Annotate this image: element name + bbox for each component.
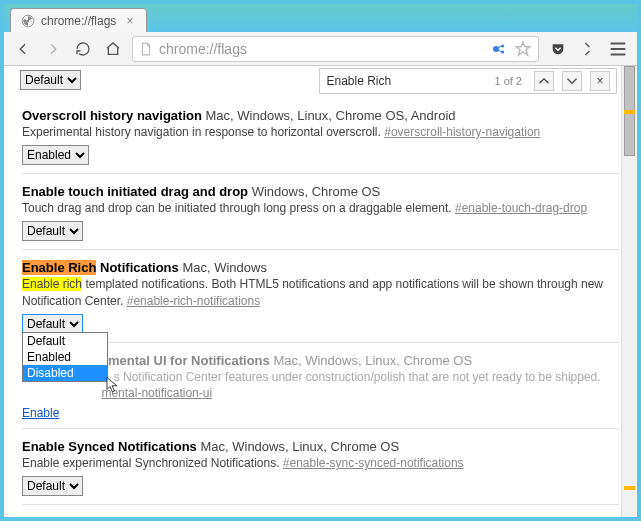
find-prev-button[interactable] xyxy=(534,71,554,91)
forward-button[interactable] xyxy=(42,38,64,60)
top-select-control[interactable]: Default xyxy=(20,70,81,90)
find-marker xyxy=(624,486,635,490)
flag-platforms: Mac, Windows, Linux, Chrome OS xyxy=(192,515,391,517)
flag-desc: Enable experimental Synchronized Notific… xyxy=(22,456,279,470)
highlight: Enable Rich xyxy=(22,260,96,275)
flag-desc: Experimental history navigation in respo… xyxy=(22,125,381,139)
flag-title: Enable App Launcher sync xyxy=(22,515,188,517)
cursor-icon xyxy=(104,376,122,397)
flag-select-open[interactable]: Default xyxy=(22,314,83,334)
flag-platforms: Mac, Windows xyxy=(182,260,267,275)
reload-button[interactable] xyxy=(72,38,94,60)
menu-icon[interactable] xyxy=(607,38,629,60)
url-text: chrome://flags xyxy=(159,41,247,57)
flag-hash-link[interactable]: #enable-sync-synced-notifications xyxy=(283,456,464,470)
flag-select[interactable]: Default xyxy=(22,221,83,241)
vertical-scrollbar[interactable] xyxy=(621,66,637,517)
find-bar: Enable Rich 1 of 2 × xyxy=(319,68,617,94)
back-button[interactable] xyxy=(12,38,34,60)
flag-desc: Touch drag and drop can be initiated thr… xyxy=(22,201,452,215)
find-query[interactable]: Enable Rich xyxy=(326,74,486,88)
flag-title: Enable touch initiated drag and drop xyxy=(22,184,248,199)
flag-hash-link[interactable]: #enable-rich-notifications xyxy=(127,294,260,308)
flag-app-launcher-sync: Enable App Launcher sync Mac, Windows, L… xyxy=(22,505,619,517)
page-content: Default Enable Rich 1 of 2 × Overscroll … xyxy=(4,66,637,517)
pocket-icon[interactable] xyxy=(547,38,569,60)
flag-platforms: Mac, Windows, Linux, Chrome OS, Android xyxy=(206,108,456,123)
flag-hash-link[interactable]: #overscroll-history-navigation xyxy=(384,125,540,139)
extension-icon-1[interactable] xyxy=(490,40,508,58)
flags-list: Overscroll history navigation Mac, Windo… xyxy=(4,66,637,517)
flag-title: Notifications xyxy=(96,260,178,275)
radiation-icon xyxy=(21,14,35,28)
dropdown-option-enabled[interactable]: Enabled xyxy=(23,349,107,365)
find-count: 1 of 2 xyxy=(494,75,522,87)
flag-platforms: Windows, Chrome OS xyxy=(252,184,381,199)
svg-point-2 xyxy=(493,46,499,52)
tab-close-icon[interactable]: × xyxy=(126,14,138,26)
flag-platforms: Mac, Windows, Linux, Chrome OS xyxy=(200,439,399,454)
flag-title: Enable Synced Notifications xyxy=(22,439,197,454)
top-select[interactable]: Default xyxy=(20,70,81,90)
flag-rich-notifications: Enable Rich Notifications Mac, Windows E… xyxy=(22,250,619,342)
flag-desc: templated notifications. Both HTML5 noti… xyxy=(22,277,603,307)
flag-touch-drag: Enable touch initiated drag and drop Win… xyxy=(22,174,619,250)
browser-window: chrome://flags × chrome://flags Default … xyxy=(3,3,638,518)
flag-select[interactable]: Default xyxy=(22,476,83,496)
highlight: Enable rich xyxy=(22,277,82,291)
find-marker xyxy=(624,110,635,114)
tab-strip: chrome://flags × xyxy=(4,4,637,32)
flag-desc: s Notification Center features under con… xyxy=(114,370,601,384)
page-icon xyxy=(139,42,153,56)
dropdown-menu[interactable]: Default Enabled Disabled xyxy=(22,332,108,382)
flag-title: mental UI for Notifications xyxy=(108,353,270,368)
bookmark-star-icon[interactable] xyxy=(514,40,532,58)
flag-overscroll: Overscroll history navigation Mac, Windo… xyxy=(22,98,619,174)
flag-platforms: Mac, Windows, Linux, Chrome OS xyxy=(273,353,472,368)
toolbar: chrome://flags xyxy=(4,32,637,66)
dropdown-option-default[interactable]: Default xyxy=(23,333,107,349)
flag-select[interactable]: Enabled xyxy=(22,145,89,165)
flag-hash-link[interactable]: #enable-touch-drag-drop xyxy=(455,201,587,215)
chevron-right-icon[interactable] xyxy=(577,38,599,60)
find-next-button[interactable] xyxy=(562,71,582,91)
tab-flags[interactable]: chrome://flags × xyxy=(10,8,147,32)
flag-title: Overscroll history navigation xyxy=(22,108,202,123)
flag-synced-notifications: Enable Synced Notifications Mac, Windows… xyxy=(22,429,619,505)
home-button[interactable] xyxy=(102,38,124,60)
find-close-button[interactable]: × xyxy=(590,71,610,91)
dropdown-option-disabled[interactable]: Disabled xyxy=(23,365,107,381)
flag-enable-link[interactable]: Enable xyxy=(22,406,59,420)
tab-title: chrome://flags xyxy=(41,14,116,28)
omnibox[interactable]: chrome://flags xyxy=(132,36,539,62)
